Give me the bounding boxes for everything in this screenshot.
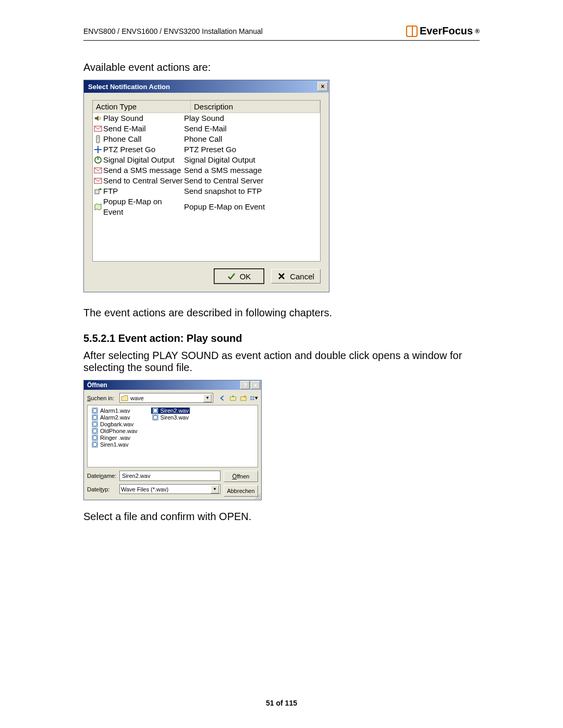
filename-input[interactable]: Siren2.wav: [119, 471, 221, 481]
page-header: ENVS800 / ENVS1600 / ENVS3200 Installati…: [83, 25, 480, 41]
column-action-type[interactable]: Action Type: [93, 101, 191, 113]
brand-name: EverFocus: [420, 25, 473, 37]
action-type-text: Play Sound: [103, 113, 143, 124]
file-list[interactable]: Alarm1.wavAlarm2.wavDogbark.wavOldPhone.…: [87, 405, 258, 467]
select-notification-action-dialog: Select Notification Action × Action Type…: [83, 80, 329, 292]
wav-file-icon: [92, 408, 98, 414]
file-item[interactable]: Siren1.wav: [91, 441, 139, 448]
svg-rect-11: [253, 396, 254, 398]
file-item[interactable]: Ringer .wav: [91, 435, 139, 441]
cancel-button[interactable]: Cancel: [271, 269, 321, 283]
paragraph: Select a file and confirm with OPEN.: [83, 511, 480, 523]
chevron-down-icon[interactable]: ▼: [203, 394, 212, 402]
close-icon[interactable]: ×: [251, 381, 260, 389]
list-item[interactable]: Phone CallPhone Call: [93, 134, 320, 144]
action-type-text: Send to Central Server: [103, 176, 183, 186]
brand-logo: EverFocus®: [406, 25, 480, 37]
file-item[interactable]: Siren3.wav: [151, 414, 190, 421]
dialog-body: Action Type Description Play SoundPlay S…: [84, 93, 329, 292]
description-text: Popup E-Map on Event: [184, 202, 320, 212]
column-description[interactable]: Description: [191, 101, 320, 113]
intro-text: Available event actions are:: [83, 61, 480, 73]
filetype-label: Dateityp:: [87, 486, 116, 492]
action-list[interactable]: Action Type Description Play SoundPlay S…: [92, 100, 321, 262]
paragraph: The event actions are described in follo…: [83, 307, 480, 319]
back-icon[interactable]: [218, 394, 227, 402]
file-item[interactable]: OldPhone.wav: [91, 428, 139, 434]
svg-rect-13: [253, 398, 254, 400]
mail-icon: [94, 125, 102, 133]
file-item[interactable]: Alarm1.wav: [91, 408, 139, 414]
filetype-combo[interactable]: Wave Files (*.wav) ▼: [119, 484, 221, 494]
file-item[interactable]: Siren2.wav: [151, 408, 190, 414]
resize-grip-icon[interactable]: [254, 493, 261, 499]
look-in-combo[interactable]: wave ▼: [119, 393, 213, 403]
new-folder-icon[interactable]: [239, 394, 248, 402]
list-item[interactable]: Popup E-Map on EventPopup E-Map on Event: [93, 196, 320, 217]
wav-file-icon: [92, 421, 98, 427]
header-left-text: ENVS800 / ENVS1600 / ENVS3200 Installati…: [83, 27, 263, 35]
action-type-text: Popup E-Map on Event: [103, 196, 184, 217]
svg-rect-10: [250, 396, 252, 398]
description-text: Send snapshot to FTP: [184, 186, 320, 196]
dialog-titlebar[interactable]: Select Notification Action ×: [84, 80, 329, 93]
action-type-text: Send a SMS message: [103, 165, 181, 176]
section-heading: 5.5.2.1 Event action: Play sound: [83, 332, 480, 344]
description-text: Phone Call: [184, 134, 320, 144]
list-item[interactable]: PTZ Preset GoPTZ Preset Go: [93, 144, 320, 155]
list-item[interactable]: Play SoundPlay Sound: [93, 113, 320, 124]
x-icon: [277, 272, 286, 280]
cancel-button[interactable]: Abbrechen: [224, 485, 258, 497]
file-item[interactable]: Dogbark.wav: [91, 421, 139, 427]
open-file-dialog: Öffnen ? × Suchen in: wave ▼ ▾: [83, 380, 262, 500]
dialog-title: Select Notification Action: [88, 83, 170, 91]
action-type-text: Send E-Mail: [103, 124, 146, 134]
open-button[interactable]: Öffnen: [224, 471, 258, 482]
description-text: Send E-Mail: [184, 124, 320, 134]
chevron-down-icon[interactable]: ▼: [211, 485, 219, 493]
mail-icon: [94, 177, 102, 185]
dialog-titlebar[interactable]: Öffnen ? ×: [84, 380, 261, 390]
svg-rect-12: [250, 398, 252, 400]
action-type-text: Phone Call: [103, 134, 141, 144]
list-item[interactable]: FTPSend snapshot to FTP: [93, 186, 320, 196]
svg-rect-2: [97, 137, 99, 139]
description-text: Send to Central Server: [184, 176, 320, 186]
svg-rect-9: [241, 397, 247, 400]
page-footer: 51 of 115: [0, 699, 563, 707]
everfocus-icon: [406, 26, 418, 37]
paragraph: After selecting PLAY SOUND as event acti…: [83, 350, 480, 374]
wav-file-icon: [92, 414, 98, 421]
output-icon: [94, 156, 102, 164]
wav-file-icon: [92, 441, 98, 448]
filename-label: Dateiname:: [87, 473, 116, 479]
description-text: Send a SMS message: [184, 165, 320, 176]
list-header: Action Type Description: [93, 101, 320, 113]
views-icon[interactable]: ▾: [250, 394, 258, 402]
ftp-icon: [94, 187, 102, 195]
look-in-label: Suchen in:: [87, 395, 116, 401]
registered-mark: ®: [475, 28, 480, 35]
svg-rect-7: [95, 190, 99, 194]
description-text: Signal Digital Output: [184, 155, 320, 165]
svg-point-3: [97, 149, 99, 151]
list-item[interactable]: Send to Central ServerSend to Central Se…: [93, 176, 320, 186]
wav-file-icon: [152, 414, 158, 421]
speaker-icon: [94, 114, 102, 122]
help-icon[interactable]: ?: [240, 381, 250, 389]
up-folder-icon[interactable]: [229, 394, 237, 402]
action-type-text: Signal Digital Output: [103, 155, 175, 165]
description-text: Play Sound: [184, 113, 320, 124]
ok-button[interactable]: OK: [214, 269, 264, 283]
list-item[interactable]: Signal Digital OutputSignal Digital Outp…: [93, 155, 320, 165]
list-item[interactable]: Send a SMS messageSend a SMS message: [93, 165, 320, 176]
map-icon: [94, 203, 102, 211]
description-text: PTZ Preset Go: [184, 144, 320, 155]
phone-icon: [94, 135, 102, 143]
action-type-text: FTP: [103, 186, 118, 196]
check-icon: [227, 272, 236, 280]
list-item[interactable]: Send E-MailSend E-Mail: [93, 124, 320, 134]
close-icon[interactable]: ×: [317, 82, 328, 91]
ptz-icon: [94, 145, 102, 154]
file-item[interactable]: Alarm2.wav: [91, 414, 139, 421]
